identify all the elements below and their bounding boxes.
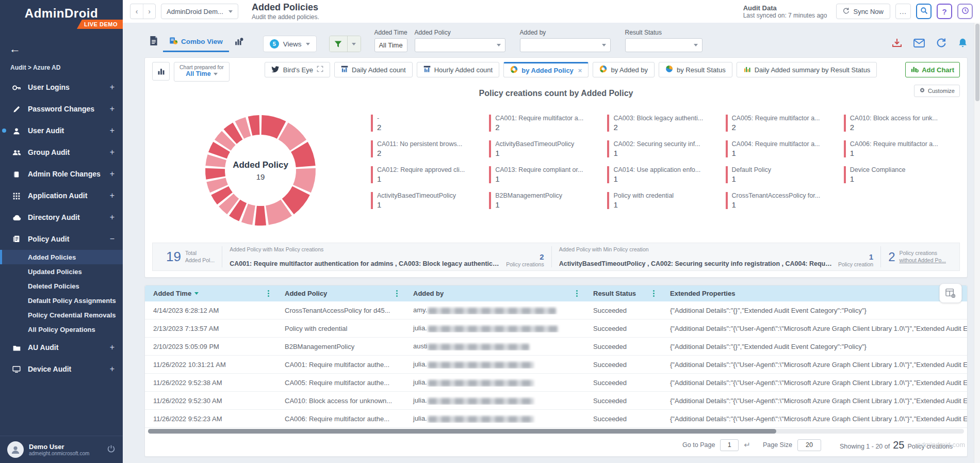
expand-plus-icon[interactable]: + [110, 213, 115, 222]
nav-forward-button[interactable]: › [143, 4, 155, 19]
column-header-result-status[interactable]: Result Status [585, 285, 662, 301]
chart-tab-daily-added-count[interactable]: Daily Added count [334, 62, 413, 77]
nav-back-button[interactable]: ‹ [130, 4, 143, 19]
expand-plus-icon[interactable]: + [110, 126, 115, 135]
legend-item[interactable]: CA013: Require compliant or...1 [489, 166, 600, 183]
page-scrollbar-thumb[interactable] [975, 24, 979, 101]
expand-plus-icon[interactable]: + [110, 148, 115, 157]
horizontal-scrollbar-thumb[interactable] [148, 429, 776, 434]
column-menu-icon[interactable] [266, 289, 271, 298]
legend-item[interactable]: Default Policy1 [726, 166, 837, 183]
chart-view-icon[interactable] [229, 34, 249, 52]
donut-segment[interactable] [226, 200, 233, 206]
legend-item[interactable]: CA002: Securing security inf...1 [607, 140, 718, 157]
column-menu-icon[interactable] [394, 289, 400, 298]
goto-page-input[interactable] [720, 439, 739, 451]
sidebar-item-application-audit[interactable]: Application Audit+ [0, 185, 123, 206]
tenant-dropdown[interactable]: AdminDroid Dem... [161, 4, 238, 19]
sidebar-subitem-updated-policies[interactable]: Updated Policies [0, 264, 123, 279]
views-dropdown-button[interactable]: 5 Views [263, 36, 317, 52]
column-header-added-time[interactable]: Added Time [145, 285, 276, 301]
table-row[interactable]: 11/26/2022 9:52:23 AMCA006: Require mult… [145, 410, 967, 428]
sidebar-item-group-audit[interactable]: Group Audit+ [0, 141, 123, 163]
expand-plus-icon[interactable]: + [110, 343, 115, 352]
sidebar-item-directory-audit[interactable]: Directory Audit+ [0, 206, 123, 228]
donut-segment[interactable] [288, 190, 301, 206]
legend-item[interactable]: CA012: Require approved cli...1 [371, 166, 482, 183]
collapse-sidebar-icon[interactable]: ← [9, 42, 21, 55]
sidebar-subitem-policy-credential-removals[interactable]: Policy Credential Removals [0, 308, 123, 322]
sync-now-button[interactable]: Sync Now [836, 4, 890, 19]
sidebar-subitem-added-policies[interactable]: Added Policies [0, 250, 123, 264]
alert-bell-icon[interactable] [958, 38, 968, 50]
donut-segment[interactable] [230, 131, 238, 137]
history-clock-button[interactable] [957, 4, 973, 19]
sidebar-item-au-audit[interactable]: AU Audit+ [0, 337, 123, 358]
schedule-refresh-icon[interactable] [936, 38, 946, 50]
donut-segment[interactable] [302, 168, 306, 188]
filter-funnel-button[interactable] [330, 36, 347, 52]
legend-item[interactable]: -2 [371, 115, 482, 132]
add-chart-button[interactable]: Add Chart [905, 62, 960, 77]
legend-item[interactable]: ActivityBasedTimeoutPolicy1 [371, 192, 482, 209]
filter-dropdown-button[interactable] [347, 36, 361, 52]
legend-item[interactable]: CA014: Use application enfo...1 [607, 166, 718, 183]
sidebar-item-device-audit[interactable]: Device Audit+ [0, 358, 123, 380]
legend-item[interactable]: CA011: No persistent brows...2 [371, 140, 482, 157]
legend-item[interactable]: CrossTenantAccessPolicy for...1 [726, 192, 837, 209]
added-time-filter-input[interactable] [374, 38, 407, 52]
page-size-input[interactable] [797, 439, 821, 451]
legend-item[interactable]: ActivityBasedTimeoutPolicy1 [489, 140, 600, 157]
expand-plus-icon[interactable]: + [110, 191, 115, 200]
column-chooser-button[interactable] [939, 283, 962, 303]
legend-item[interactable]: Policy with credential1 [607, 192, 718, 209]
sidebar-item-admin-role-changes[interactable]: Admin Role Changes+ [0, 163, 123, 185]
added-by-filter-select[interactable] [520, 38, 611, 52]
customize-button[interactable]: Customize [914, 85, 960, 97]
page-scrollbar[interactable] [974, 23, 980, 463]
added-policy-filter-select[interactable] [415, 38, 505, 52]
sidebar-subitem-deleted-policies[interactable]: Deleted Policies [0, 279, 123, 293]
donut-segment[interactable] [220, 190, 225, 198]
sort-desc-icon[interactable] [194, 292, 199, 295]
report-view-icon[interactable] [144, 33, 163, 52]
expand-plus-icon[interactable]: + [110, 104, 115, 114]
donut-segment[interactable] [267, 207, 286, 215]
legend-item[interactable]: B2BManagementPolicy1 [489, 192, 600, 209]
expand-plus-icon[interactable]: + [110, 364, 115, 374]
more-options-button[interactable]: ... [895, 4, 911, 19]
column-header-added-policy[interactable]: Added Policy [276, 285, 405, 301]
donut-segment[interactable] [215, 157, 217, 167]
donut-segment[interactable] [283, 131, 298, 145]
result-status-filter-select[interactable] [625, 38, 703, 52]
sidebar-subitem-all-policy-operations[interactable]: All Policy Operations [0, 322, 123, 337]
legend-item[interactable]: CA006: Require multifactor a...1 [844, 140, 955, 157]
table-row[interactable]: 11/26/2022 9:52:38 AMCA005: Require mult… [145, 374, 967, 392]
column-menu-icon[interactable] [651, 289, 657, 298]
sidebar-item-user-audit[interactable]: User Audit+ [0, 120, 123, 141]
donut-segment[interactable] [218, 147, 222, 155]
donut-segment[interactable] [235, 207, 243, 212]
donut-segment[interactable] [215, 168, 216, 178]
donut-segment[interactable] [223, 138, 229, 145]
help-button[interactable]: ? [937, 4, 952, 19]
donut-segment[interactable] [239, 126, 248, 130]
horizontal-scrollbar[interactable] [148, 429, 964, 434]
table-row[interactable]: 4/14/2023 6:28:12 AMCrossTenantAccessPol… [145, 301, 967, 320]
close-icon[interactable]: × [578, 67, 582, 74]
donut-segment[interactable] [244, 213, 254, 216]
goto-page-enter-icon[interactable]: ↵ [744, 440, 750, 450]
legend-item[interactable]: Device Compliance1 [844, 166, 955, 183]
table-row[interactable]: 11/26/2022 9:52:30 AMCA010: Block access… [145, 392, 967, 410]
legend-item[interactable]: CA001: Require multifactor a...2 [489, 115, 600, 132]
donut-chart[interactable]: Added Policy 19 [152, 101, 369, 240]
donut-segment[interactable] [262, 125, 282, 130]
expand-plus-icon[interactable]: + [110, 83, 115, 92]
chart-tab-hourly-added-count[interactable]: Hourly Added count [417, 62, 499, 77]
collapse-minus-icon[interactable]: − [110, 234, 115, 244]
sidebar-item-password-changes[interactable]: Password Changes+ [0, 98, 123, 120]
column-menu-icon[interactable] [574, 289, 580, 298]
chart-prepared-for-button[interactable]: Chart prepared for All Time [174, 62, 230, 82]
mail-icon[interactable] [913, 39, 925, 50]
table-row[interactable]: 2/10/2023 5:05:09 PMB2BManagementPolicya… [145, 338, 967, 356]
